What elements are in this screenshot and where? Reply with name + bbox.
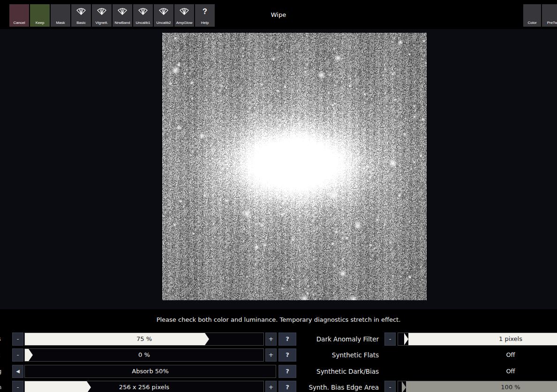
mask-button[interactable]: Mask: [51, 4, 70, 27]
uncalib1-button-label: Uncalib1: [135, 21, 150, 25]
param-label: Synthetic Flats: [300, 348, 379, 362]
slider-track[interactable]: 1 pixels: [398, 333, 557, 346]
value-display[interactable]: Off: [398, 365, 557, 378]
param-row-synthetic-flats: Synthetic Flats Off: [0, 348, 557, 362]
vignetting-button-label: Vignett.: [96, 21, 108, 25]
wipe-fan-icon: [92, 7, 112, 15]
slider-value: 1 pixels: [398, 333, 557, 345]
cancel-button-label: Cancel: [14, 21, 25, 25]
slider-value: 100 %: [398, 381, 557, 392]
pretweak-button-label: PreTw: [547, 21, 557, 25]
help-button[interactable]: ? Help: [195, 4, 215, 27]
wipe-fan-icon: [133, 7, 153, 15]
decrease-button[interactable]: -: [384, 333, 396, 346]
toolbar-left-group: Cancel Keep Mask Basic Vignett.: [9, 4, 215, 27]
param-value: Off: [398, 365, 557, 378]
status-message: Please check both color and luminance. T…: [0, 316, 557, 323]
cancel-button[interactable]: Cancel: [9, 4, 29, 27]
astro-image-preview[interactable]: [162, 33, 427, 300]
param-label: Synthetic Dark/Bias: [300, 365, 379, 378]
param-row-synthetic-dark-bias: Synthetic Dark/Bias Off: [0, 365, 557, 378]
wipe-fan-icon: [174, 7, 194, 15]
uncalib1-button[interactable]: Uncalib1: [133, 4, 153, 27]
color-button-label: Color: [527, 21, 536, 25]
param-row-synth-bias-edge-area: Synth. Bias Edge Area - 100 %: [0, 381, 557, 392]
control-panel: Please check both color and luminance. T…: [0, 309, 557, 392]
keep-button[interactable]: Keep: [30, 4, 50, 27]
basic-button[interactable]: Basic: [71, 4, 91, 27]
question-mark-icon: ?: [195, 7, 215, 16]
toolbar: Cancel Keep Mask Basic Vignett.: [0, 0, 557, 29]
param-value: Off: [398, 348, 557, 362]
keep-button-label: Keep: [36, 21, 45, 25]
mask-button-label: Mask: [56, 21, 65, 25]
vignetting-button[interactable]: Vignett.: [92, 4, 112, 27]
param-row-dark-anomaly-filter: Dark Anomaly Filter - 1 pixels: [0, 333, 557, 346]
wipe-fan-icon: [154, 7, 173, 15]
narrowband-button[interactable]: NrwBand: [113, 4, 132, 27]
value-display[interactable]: Off: [398, 348, 557, 362]
ampglow-button[interactable]: AmpGlow: [174, 4, 194, 27]
toolbar-right-group: Color PreTw: [523, 4, 557, 27]
param-label: Dark Anomaly Filter: [300, 333, 379, 346]
pretweak-button[interactable]: PreTw: [542, 4, 557, 27]
param-label: Synth. Bias Edge Area: [300, 381, 379, 392]
help-button-label: Help: [201, 21, 209, 25]
basic-button-label: Basic: [76, 21, 86, 25]
ampglow-button-label: AmpGlow: [176, 21, 193, 25]
narrowband-button-label: NrwBand: [115, 21, 130, 25]
decrease-button[interactable]: -: [384, 381, 396, 392]
color-button[interactable]: Color: [523, 4, 541, 27]
slider-track[interactable]: 100 %: [398, 381, 557, 392]
uncalib2-button[interactable]: Uncalib2: [154, 4, 173, 27]
wipe-fan-icon: [113, 7, 132, 15]
wipe-fan-icon: [71, 7, 91, 15]
uncalib2-button-label: Uncalib2: [156, 21, 171, 25]
